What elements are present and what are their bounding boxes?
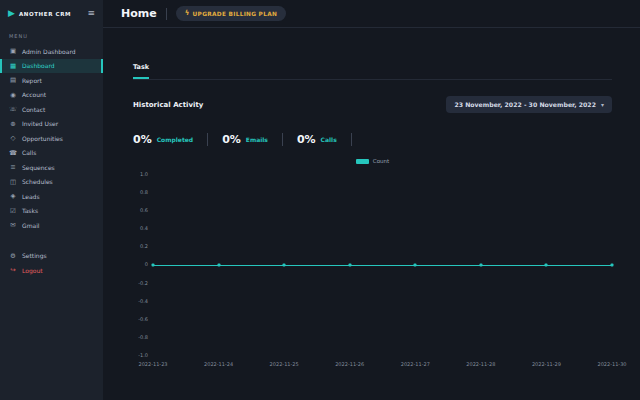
panel-title: Historical Activity <box>133 101 203 109</box>
x-tick-label: 2022-11-25 <box>270 361 299 367</box>
y-tick-label: 0.8 <box>140 190 148 195</box>
sidebar-nav: ▣Admin Dashboard▦Dashboard▤Report◉Accoun… <box>0 44 103 233</box>
tasks-icon: ☑ <box>9 208 17 215</box>
invited-user-icon: ⊕ <box>9 121 17 128</box>
page-title: Home <box>121 7 157 20</box>
sidebar-item-report[interactable]: ▤Report <box>0 73 103 88</box>
stat-calls: 0%Calls <box>297 133 352 146</box>
logo-text: ANOTHER CRM <box>19 11 84 17</box>
stat-label: Emails <box>246 136 268 143</box>
y-tick-label: -1.0 <box>138 353 148 358</box>
y-tick-label: -0.4 <box>138 299 148 304</box>
x-tick-label: 2022-11-26 <box>335 361 364 367</box>
sidebar-item-label: Schedules <box>22 178 53 185</box>
sidebar-item-tasks[interactable]: ☑Tasks <box>0 204 103 219</box>
y-tick-label: 0 <box>145 262 148 267</box>
data-point <box>545 264 548 267</box>
gmail-icon: ✉ <box>9 222 17 229</box>
sidebar: ▶ ANOTHER CRM ≡ MENU ▣Admin Dashboard▦Da… <box>0 0 103 400</box>
legend-label: Count <box>373 158 389 164</box>
series-line-count <box>153 265 612 266</box>
chart-y-axis: 1.00.80.60.40.20-0.2-0.4-0.6-0.8-1.0 <box>133 172 153 358</box>
data-point <box>611 264 614 267</box>
sidebar-item-label: Calls <box>22 149 36 156</box>
chart-x-axis: 2022-11-232022-11-242022-11-252022-11-26… <box>153 361 612 371</box>
sidebar-item-settings[interactable]: ⚙Settings <box>0 249 103 264</box>
y-tick-label: -0.8 <box>138 335 148 340</box>
sidebar-item-label: Admin Dashboard <box>22 48 76 55</box>
account-icon: ◉ <box>9 92 17 99</box>
sequences-icon: ≡ <box>9 164 17 171</box>
report-icon: ▤ <box>9 77 17 84</box>
x-tick-label: 2022-11-28 <box>466 361 495 367</box>
stat-completed: 0%Completed <box>133 133 208 146</box>
y-tick-label: 1.0 <box>140 172 148 177</box>
stat-value: 0% <box>133 133 152 146</box>
stat-label: Calls <box>321 136 337 143</box>
sidebar-item-schedules[interactable]: ◫Schedules <box>0 175 103 190</box>
logout-icon: ↪ <box>9 267 17 274</box>
data-point <box>479 264 482 267</box>
sidebar-item-label: Gmail <box>22 222 40 229</box>
sidebar-item-calls[interactable]: ☎Calls <box>0 146 103 161</box>
sidebar-item-admin-dashboard[interactable]: ▣Admin Dashboard <box>0 44 103 59</box>
contact-icon: ☏ <box>9 106 17 113</box>
lightning-icon: ϟ <box>185 10 190 17</box>
sidebar-item-dashboard[interactable]: ▦Dashboard <box>0 59 103 74</box>
sidebar-item-invited-user[interactable]: ⊕Invited User <box>0 117 103 132</box>
sidebar-item-logout[interactable]: ↪Logout <box>0 263 103 278</box>
data-point <box>217 264 220 267</box>
upgrade-billing-button[interactable]: ϟ UPGRADE BILLING PLAN <box>176 6 286 21</box>
stat-value: 0% <box>297 133 316 146</box>
menu-section-label: MENU <box>0 25 103 44</box>
sidebar-item-label: Sequences <box>22 164 55 171</box>
app-logo-icon: ▶ <box>8 9 15 18</box>
date-range-label: 23 November, 2022 - 30 November, 2022 <box>454 101 596 108</box>
data-point <box>283 264 286 267</box>
sidebar-item-label: Opportunities <box>22 135 63 142</box>
chart-legend: Count <box>133 158 612 164</box>
legend-swatch <box>356 159 369 164</box>
top-bar: Home ϟ UPGRADE BILLING PLAN <box>103 0 640 28</box>
x-tick-label: 2022-11-27 <box>401 361 430 367</box>
data-point <box>152 264 155 267</box>
tab-task[interactable]: Task <box>133 63 149 79</box>
gear-icon: ⚙ <box>9 253 17 260</box>
chart-plot-area: 2022-11-232022-11-242022-11-252022-11-26… <box>153 172 612 358</box>
tab-bar: Task <box>133 54 612 80</box>
sidebar-item-sequences[interactable]: ≡Sequences <box>0 160 103 175</box>
sidebar-item-label: Dashboard <box>22 62 55 69</box>
x-tick-label: 2022-11-24 <box>204 361 233 367</box>
data-point <box>414 264 417 267</box>
sidebar-item-gmail[interactable]: ✉Gmail <box>0 218 103 233</box>
app-window: ▶ ANOTHER CRM ≡ MENU ▣Admin Dashboard▦Da… <box>0 0 640 400</box>
x-tick-label: 2022-11-23 <box>138 361 167 367</box>
x-tick-label: 2022-11-30 <box>597 361 626 367</box>
upgrade-billing-label: UPGRADE BILLING PLAN <box>193 11 277 17</box>
sidebar-item-label: Invited User <box>22 120 58 127</box>
header-divider <box>166 8 167 20</box>
sidebar-header: ▶ ANOTHER CRM ≡ <box>0 0 103 25</box>
stat-value: 0% <box>222 133 241 146</box>
main-area: Home ϟ UPGRADE BILLING PLAN Task Histori… <box>103 0 640 400</box>
sidebar-item-label: Leads <box>22 193 40 200</box>
sidebar-item-label: Settings <box>22 252 47 259</box>
sidebar-item-contact[interactable]: ☏Contact <box>0 102 103 117</box>
dashboard-icon: ▦ <box>9 63 17 70</box>
schedules-icon: ◫ <box>9 179 17 186</box>
stat-label: Completed <box>157 136 193 143</box>
y-tick-label: 0.2 <box>140 244 148 249</box>
sidebar-item-label: Account <box>22 91 46 98</box>
y-tick-label: 0.6 <box>140 208 148 213</box>
y-tick-label: -0.2 <box>138 281 148 286</box>
activity-chart: 1.00.80.60.40.20-0.2-0.4-0.6-0.8-1.0 202… <box>133 172 612 358</box>
leads-icon: ◈ <box>9 193 17 200</box>
sidebar-item-opportunities[interactable]: ◇Opportunities <box>0 131 103 146</box>
date-range-button[interactable]: 23 November, 2022 - 30 November, 2022 ▾ <box>446 96 612 113</box>
calls-icon: ☎ <box>9 150 17 157</box>
sidebar-item-label: Logout <box>22 267 43 274</box>
sidebar-item-label: Contact <box>22 106 45 113</box>
sidebar-item-account[interactable]: ◉Account <box>0 88 103 103</box>
sidebar-item-leads[interactable]: ◈Leads <box>0 189 103 204</box>
menu-toggle-icon[interactable]: ≡ <box>87 9 95 18</box>
